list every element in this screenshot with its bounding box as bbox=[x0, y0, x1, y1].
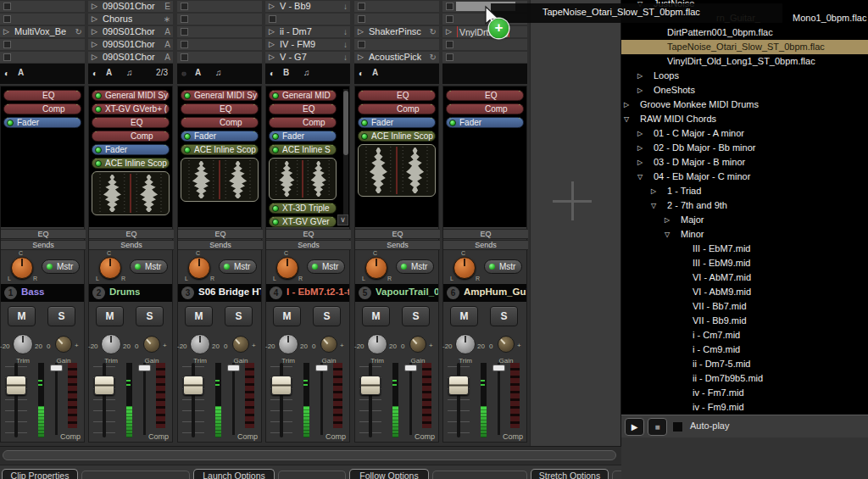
plugin-pill[interactable]: General MID bbox=[269, 90, 337, 101]
gain-knob[interactable] bbox=[55, 336, 72, 353]
volume-fader[interactable] bbox=[448, 376, 469, 395]
autoplay-checkbox[interactable] bbox=[672, 421, 683, 432]
plugin-pill[interactable]: Comp bbox=[181, 117, 259, 128]
tree-item[interactable]: ▽Minor bbox=[621, 227, 868, 242]
master-send-button[interactable]: Mstr bbox=[219, 259, 257, 274]
master-send-button[interactable]: Mstr bbox=[42, 259, 80, 274]
tree-item[interactable]: ii - Dm7-5.mid bbox=[621, 357, 868, 371]
plugin-pill[interactable]: Comp bbox=[92, 131, 170, 142]
plugin-pill[interactable]: EQ bbox=[358, 90, 436, 101]
add-track-button[interactable] bbox=[530, 0, 621, 465]
sends-section-header[interactable]: Sends bbox=[1, 240, 86, 250]
aux-fader-track[interactable] bbox=[498, 363, 500, 435]
tab-follow-options[interactable]: Follow Options bbox=[349, 469, 429, 479]
rack-scrollbar-thumb[interactable] bbox=[343, 91, 348, 155]
eq-section-header[interactable]: EQ bbox=[89, 229, 174, 239]
master-send-button[interactable]: Mstr bbox=[130, 259, 168, 274]
aux-fader[interactable] bbox=[404, 365, 417, 371]
plugin-pill[interactable]: General MIDI Sy bbox=[92, 90, 170, 101]
aux-fader-track[interactable] bbox=[320, 363, 323, 435]
tree-item[interactable]: VI - AbM9.mid bbox=[621, 285, 868, 299]
plugin-pill[interactable]: Comp bbox=[358, 103, 436, 114]
tree-item[interactable]: VinylDirt_Old_Long1_ST_0bpm.flac bbox=[621, 54, 868, 69]
tab-stretch-options[interactable]: Stretch Options bbox=[531, 469, 609, 479]
trim-knob[interactable] bbox=[190, 334, 210, 354]
sends-section-header[interactable]: Sends bbox=[89, 240, 174, 250]
plugin-pill[interactable]: EQ bbox=[269, 103, 337, 114]
tab-launch-options[interactable]: Launch Options bbox=[193, 469, 275, 479]
solo-button[interactable]: S bbox=[313, 306, 341, 326]
aux-fader[interactable] bbox=[50, 365, 63, 371]
trim-knob[interactable] bbox=[278, 334, 298, 354]
eq-section-header[interactable]: EQ bbox=[266, 229, 351, 239]
tree-item[interactable]: ▷03 - D Major - B minor bbox=[621, 155, 868, 170]
aux-fader-track[interactable] bbox=[232, 363, 235, 435]
pan-knob[interactable] bbox=[99, 257, 121, 279]
tree-item[interactable]: ▷02 - Db Major - Bb minor bbox=[621, 141, 868, 155]
tab-clip-properties[interactable]: Clip Properties bbox=[2, 469, 78, 479]
scrollbar-thumb[interactable] bbox=[3, 450, 616, 460]
solo-button[interactable]: S bbox=[490, 306, 518, 326]
plugin-pill[interactable]: Fader bbox=[3, 117, 81, 128]
eq-section-header[interactable]: EQ bbox=[355, 229, 440, 239]
plugin-pill[interactable]: EQ bbox=[92, 117, 170, 128]
volume-fader[interactable] bbox=[183, 376, 203, 395]
aux-fader-track[interactable] bbox=[409, 363, 412, 435]
trim-knob[interactable] bbox=[455, 334, 476, 354]
aux-fader[interactable] bbox=[227, 365, 240, 371]
plugin-pill[interactable]: Comp bbox=[446, 103, 524, 114]
plugin-pill[interactable]: EQ bbox=[181, 103, 259, 114]
tree-expand-icon[interactable]: ▷ bbox=[624, 101, 629, 109]
preview-stop-button[interactable]: ■ bbox=[648, 418, 667, 436]
fader-track[interactable] bbox=[14, 363, 18, 437]
plugin-pill[interactable]: ACE Inline S bbox=[269, 144, 337, 155]
trim-knob[interactable] bbox=[101, 334, 121, 354]
mute-button[interactable]: M bbox=[8, 306, 36, 326]
plugin-pill[interactable]: XT-3D Triple bbox=[269, 203, 337, 214]
pan-knob[interactable] bbox=[453, 257, 476, 279]
tree-item[interactable]: TapeNoise_Otari_Slow_ST_0bpm.flac bbox=[621, 40, 868, 54]
plugin-pill[interactable]: XT-GV GVerb+ ( bbox=[92, 103, 170, 114]
fader-track[interactable] bbox=[103, 363, 106, 437]
plugin-pill[interactable]: Fader bbox=[92, 144, 170, 155]
plugin-pill[interactable]: Fader bbox=[269, 131, 337, 142]
plugin-pill[interactable]: Fader bbox=[358, 117, 436, 128]
plugin-pill[interactable]: ACE Inline Scop bbox=[358, 131, 436, 142]
eq-section-header[interactable]: EQ bbox=[178, 229, 263, 239]
tree-expand-icon[interactable]: ▷ bbox=[637, 144, 643, 152]
tree-item[interactable]: III - EbM9.mid bbox=[621, 256, 868, 270]
aux-fader[interactable] bbox=[138, 365, 151, 371]
scroll-down-icon[interactable]: ∨ bbox=[337, 214, 348, 226]
volume-fader[interactable] bbox=[360, 376, 381, 395]
tree-item[interactable]: ▽04 - Eb Major - C minor bbox=[621, 170, 868, 184]
tree-item[interactable]: ▽2 - 7th and 9th bbox=[621, 198, 868, 213]
trim-knob[interactable] bbox=[367, 334, 387, 354]
solo-button[interactable]: S bbox=[136, 306, 164, 326]
volume-fader[interactable] bbox=[271, 376, 292, 395]
tree-item[interactable]: ▷Major bbox=[621, 213, 868, 227]
master-send-button[interactable]: Mstr bbox=[484, 259, 522, 274]
sends-section-header[interactable]: Sends bbox=[178, 240, 263, 250]
plugin-pill[interactable]: XT-GV GVer bbox=[269, 216, 337, 227]
tree-item[interactable]: iv - Fm9.mid bbox=[621, 400, 868, 415]
fader-track[interactable] bbox=[457, 363, 460, 437]
gain-knob[interactable] bbox=[232, 336, 249, 353]
mute-button[interactable]: M bbox=[96, 306, 124, 326]
aux-fader-track[interactable] bbox=[55, 363, 58, 435]
tree-item[interactable]: VII - Bb7.mid bbox=[621, 299, 868, 314]
tree-item[interactable]: iv - Fm7.mid bbox=[621, 386, 868, 400]
fader-track[interactable] bbox=[280, 363, 283, 437]
tree-collapse-icon[interactable]: ▽ bbox=[665, 231, 670, 238]
tree-expand-icon[interactable]: ▷ bbox=[637, 130, 643, 137]
fader-track[interactable] bbox=[369, 363, 372, 437]
tree-item[interactable]: III - EbM7.mid bbox=[621, 242, 868, 256]
mute-button[interactable]: M bbox=[362, 306, 390, 326]
pan-knob[interactable] bbox=[365, 257, 387, 279]
tree-expand-icon[interactable]: ▷ bbox=[665, 216, 670, 224]
sends-section-header[interactable]: Sends bbox=[443, 240, 528, 250]
fader-track[interactable] bbox=[192, 363, 195, 437]
aux-fader[interactable] bbox=[315, 365, 328, 371]
tree-item[interactable]: ▷OneShots bbox=[621, 83, 868, 97]
plugin-pill[interactable]: ACE Inline Scop bbox=[92, 158, 170, 169]
tree-expand-icon[interactable]: ▷ bbox=[651, 187, 656, 195]
